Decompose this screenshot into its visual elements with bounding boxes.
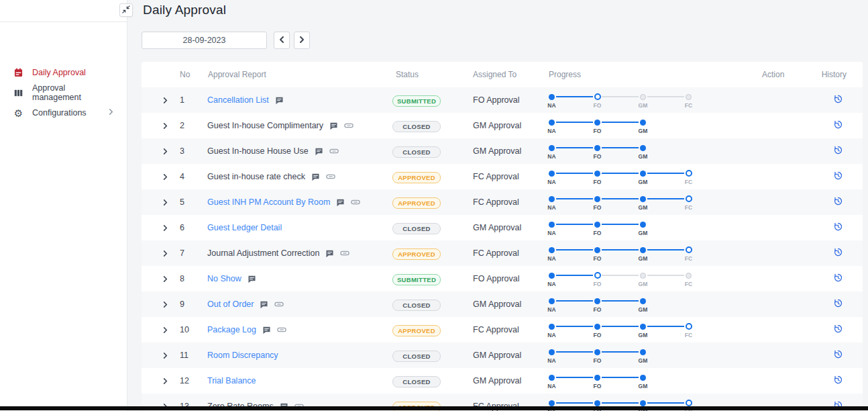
report-link[interactable]: No Show	[207, 274, 241, 283]
row-number: 8	[176, 274, 207, 283]
date-input[interactable]: 28-09-2023	[142, 32, 267, 49]
collapse-icon	[122, 5, 130, 15]
step-dot	[549, 145, 555, 151]
app-root: Daily Approval Approval management ⚙ Con…	[0, 0, 868, 411]
report-link[interactable]: Journal Adjustment Correction	[207, 248, 319, 258]
status-badge: APPROVED	[392, 197, 441, 209]
assigned-to: GM Approval	[473, 300, 547, 309]
history-button[interactable]	[833, 145, 843, 157]
step-label: GM	[638, 128, 647, 134]
attachment-icon[interactable]	[344, 122, 354, 129]
status-badge: SUBMITTED	[392, 274, 441, 285]
comment-icon[interactable]	[275, 96, 284, 105]
column-header-history: History	[795, 70, 863, 79]
report-link[interactable]: Cancellation List	[207, 95, 269, 105]
row-expand-button[interactable]	[158, 301, 176, 308]
step-label: FC	[685, 281, 693, 287]
step-connector	[602, 96, 639, 97]
sidebar-item-configurations[interactable]: ⚙ Configurations	[0, 103, 127, 123]
report-link[interactable]: Out of Order	[207, 300, 254, 309]
history-button[interactable]	[833, 222, 843, 234]
row-expand-button[interactable]	[158, 326, 176, 334]
assigned-to: FC Approval	[473, 325, 547, 334]
sidebar-item-approval-management[interactable]: Approval management	[0, 83, 127, 103]
attachment-icon[interactable]	[274, 301, 284, 308]
comment-icon[interactable]	[248, 275, 256, 283]
step-label: GM	[638, 255, 647, 262]
history-button[interactable]	[833, 273, 843, 285]
attachment-icon[interactable]	[326, 173, 335, 180]
table-header-row: No Approval Report Status Assigned To Pr…	[142, 62, 863, 87]
report-link[interactable]: Guest Ledger Detail	[207, 223, 282, 232]
step-dot	[549, 400, 555, 406]
status-badge: SUBMITTED	[392, 95, 441, 107]
history-button[interactable]	[833, 171, 843, 183]
comment-icon[interactable]	[325, 249, 334, 258]
report-link[interactable]: Trial Balance	[207, 376, 256, 385]
history-button[interactable]	[833, 375, 843, 387]
previous-day-button[interactable]	[274, 32, 290, 49]
row-number: 1	[176, 95, 207, 105]
attachment-icon[interactable]	[277, 326, 286, 333]
comment-icon[interactable]	[311, 173, 320, 181]
step-dot	[640, 196, 646, 202]
comment-icon[interactable]	[336, 198, 345, 207]
step-dot	[594, 196, 600, 202]
step-connector	[647, 402, 684, 404]
row-expand-button[interactable]	[158, 97, 176, 104]
history-button[interactable]	[833, 94, 843, 106]
comment-icon[interactable]	[262, 326, 271, 334]
date-controls: 28-09-2023	[142, 32, 310, 49]
history-button[interactable]	[833, 324, 843, 336]
history-icon	[833, 324, 843, 336]
report-link[interactable]: Guest INH PM Account By Room	[207, 197, 330, 207]
row-expand-button[interactable]	[158, 377, 176, 385]
progress-stepper: NAFOGM	[549, 295, 741, 314]
row-expand-button[interactable]	[158, 173, 176, 181]
row-number: 12	[176, 376, 207, 385]
history-button[interactable]	[833, 196, 843, 208]
row-expand-button[interactable]	[158, 352, 176, 359]
row-expand-button[interactable]	[158, 250, 176, 257]
step-label: FO	[593, 332, 601, 338]
row-expand-button[interactable]	[158, 199, 176, 206]
sidebar-item-daily-approval[interactable]: Daily Approval	[0, 62, 127, 83]
row-number: 3	[176, 146, 207, 156]
step-dot	[549, 247, 555, 253]
report-link[interactable]: Package Log	[207, 325, 256, 334]
report-link[interactable]: Guest In-house Complimentary	[207, 121, 323, 130]
row-number: 11	[176, 351, 207, 360]
step-label: FC	[685, 204, 693, 211]
attachment-icon[interactable]	[351, 199, 360, 205]
step-dot	[686, 400, 692, 406]
report-link[interactable]: Guest in-house rate check	[207, 172, 305, 181]
row-expand-button[interactable]	[158, 224, 176, 232]
row-expand-button[interactable]	[158, 122, 176, 130]
step-dot	[686, 195, 692, 202]
row-expand-button[interactable]	[158, 275, 176, 283]
history-button[interactable]	[833, 247, 843, 259]
step-connector	[556, 249, 593, 250]
history-button[interactable]	[833, 120, 843, 132]
history-button[interactable]	[833, 349, 843, 361]
attachment-icon[interactable]	[340, 250, 349, 257]
step-connector	[602, 173, 639, 174]
comment-icon[interactable]	[315, 147, 323, 156]
step-label: NA	[547, 383, 556, 390]
next-day-button[interactable]	[294, 32, 310, 49]
step-connector	[602, 224, 639, 225]
step-label: FO	[593, 383, 601, 390]
progress-stepper: NAFOGMFC	[549, 320, 741, 340]
comment-icon[interactable]	[329, 122, 338, 130]
attachment-icon[interactable]	[329, 148, 339, 154]
step-dot	[594, 247, 600, 253]
report-link[interactable]: Room Discrepancy	[207, 351, 278, 360]
sidebar-collapse-button[interactable]	[119, 3, 133, 17]
step-connector	[647, 326, 684, 327]
row-expand-button[interactable]	[158, 148, 176, 155]
progress-stepper: NAFOGM	[549, 142, 741, 161]
history-button[interactable]	[833, 298, 843, 310]
step-dot	[549, 324, 555, 330]
report-link[interactable]: Guest In-house House Use	[207, 146, 309, 156]
comment-icon[interactable]	[260, 300, 268, 309]
